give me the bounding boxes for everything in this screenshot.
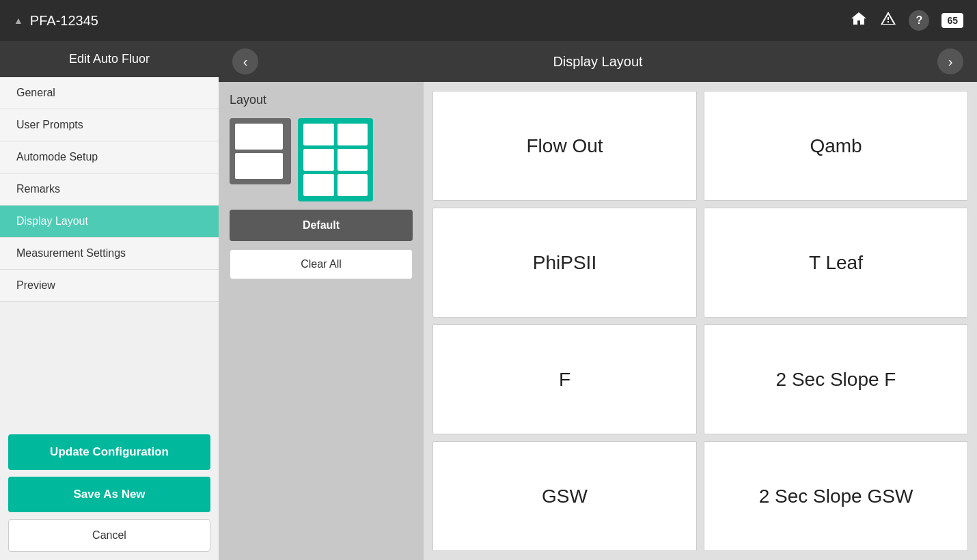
display-grid: Flow Out Qamb PhiPSII T Leaf F 2 Sec Slo… [424,82,977,560]
content-header-title: Display Layout [553,54,642,70]
layout-cell [338,124,368,145]
layout-options [230,118,413,201]
save-as-new-button[interactable]: Save As New [8,477,210,512]
topbar-title: PFA-12345 [30,13,98,29]
alert-icon[interactable] [880,10,896,31]
sidebar-item-measurement-settings[interactable]: Measurement Settings [0,238,219,270]
main-layout: Edit Auto Fluor General User Prompts Aut… [0,41,977,560]
display-cell-f[interactable]: F [432,324,697,434]
topbar-left: ▲ PFA-12345 [14,13,98,29]
battery-badge: 65 [941,13,963,28]
sidebar-item-preview[interactable]: Preview [0,270,219,302]
topbar-right: ? 65 [850,10,963,31]
next-arrow-button[interactable]: › [937,48,963,74]
cancel-button[interactable]: Cancel [8,519,210,552]
layout-cell [235,153,283,179]
layout-option-3x2-active[interactable] [298,118,373,201]
layout-cell [338,149,368,171]
layout-cell [303,149,334,171]
clear-all-button[interactable]: Clear All [230,249,413,279]
layout-cell [235,124,283,150]
display-cell-qamb[interactable]: Qamb [704,91,968,201]
content-header: ‹ Display Layout › [219,41,977,82]
display-cell-2-sec-slope-gsw[interactable]: 2 Sec Slope GSW [704,441,968,551]
layout-option-2row[interactable] [230,118,291,184]
prev-arrow-button[interactable]: ‹ [232,48,258,74]
topbar-caret: ▲ [14,15,23,26]
sidebar-item-automode-setup[interactable]: Automode Setup [0,141,219,173]
sidebar-buttons: Update Configuration Save As New Cancel [0,426,219,560]
content-area: ‹ Display Layout › Layout [219,41,977,560]
display-cell-flow-out[interactable]: Flow Out [432,91,697,201]
content-body: Layout [219,82,977,560]
topbar: ▲ PFA-12345 ? 65 [0,0,977,41]
home-icon[interactable] [850,10,868,31]
sidebar-item-remarks[interactable]: Remarks [0,173,219,206]
help-icon[interactable]: ? [909,10,929,31]
layout-cell [338,174,368,196]
layout-cell [303,174,334,196]
sidebar-nav: General User Prompts Automode Setup Rema… [0,77,219,426]
sidebar-item-general[interactable]: General [0,77,219,109]
default-button[interactable]: Default [230,210,413,241]
layout-panel: Layout [219,82,424,560]
sidebar-item-user-prompts[interactable]: User Prompts [0,109,219,141]
sidebar: Edit Auto Fluor General User Prompts Aut… [0,41,219,560]
update-configuration-button[interactable]: Update Configuration [8,434,210,470]
sidebar-item-display-layout[interactable]: Display Layout [0,206,219,238]
display-cell-t-leaf[interactable]: T Leaf [704,208,968,318]
display-cell-2-sec-slope-f[interactable]: 2 Sec Slope F [704,324,968,434]
sidebar-header: Edit Auto Fluor [0,41,219,77]
layout-cell [303,124,334,145]
layout-label: Layout [230,93,413,107]
display-cell-phipsii[interactable]: PhiPSII [432,208,697,318]
display-cell-gsw[interactable]: GSW [432,441,697,551]
